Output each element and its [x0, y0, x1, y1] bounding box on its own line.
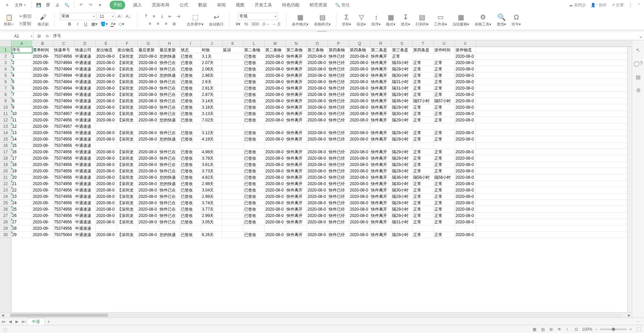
cell[interactable] [222, 66, 244, 72]
cell[interactable]: 正常 [434, 232, 455, 238]
cell[interactable]: 正常 [413, 92, 434, 98]
cell[interactable]: 快件离开 [370, 149, 391, 155]
cell[interactable]: 隔31小时 [391, 85, 413, 91]
cell[interactable]: 已签收 [244, 206, 265, 212]
cell[interactable]: 已签收 [180, 66, 201, 72]
cells-area[interactable]: 序号查单时间快递单号快递公司发出物流发出物流最后更新最后更新状态时效延误第二条物… [11, 47, 627, 312]
cell[interactable]: 2020-08-0 [455, 85, 476, 91]
cell[interactable]: 75374956 [53, 174, 74, 180]
cell[interactable] [222, 60, 244, 66]
select-tool-icon[interactable]: ↖ [635, 46, 642, 54]
cell[interactable]: 3.13天 [201, 111, 222, 117]
cell[interactable] [180, 143, 201, 149]
cell[interactable]: 正常 [413, 219, 434, 225]
cell[interactable]: 3.73天 [201, 168, 222, 174]
cell[interactable]: 2020-08-0 [307, 136, 328, 142]
cell[interactable]: 中通速递 [74, 98, 96, 104]
comma-icon[interactable]: 000 [251, 21, 260, 27]
cell[interactable] [222, 143, 244, 149]
indent-decrease-icon[interactable]: ⇤ [167, 13, 173, 20]
col-header[interactable]: J [201, 40, 222, 47]
cell[interactable]: 快件离开 [370, 79, 391, 85]
cell[interactable] [138, 225, 159, 231]
cell[interactable] [413, 123, 434, 129]
cell[interactable]: 2020-08-0 [96, 181, 117, 187]
cell[interactable]: 正常 [434, 181, 455, 187]
cell[interactable]: 快件离开 [370, 200, 391, 206]
cell[interactable]: 2020-08-0 [265, 60, 286, 66]
cell[interactable]: 【深圳龙 [117, 104, 138, 110]
cell-style-button[interactable]: ▤表格样式▾ [313, 12, 332, 29]
cell[interactable]: 已签收 [180, 232, 201, 238]
col-header[interactable]: V [455, 40, 476, 47]
row-header[interactable]: 1 [0, 47, 11, 53]
cell[interactable]: 中通速递 [74, 104, 96, 110]
cell[interactable]: 隔30小时 [391, 181, 413, 187]
cell[interactable]: 已签收 [244, 136, 265, 142]
cell[interactable] [222, 123, 244, 129]
cell[interactable]: 快件已在 [159, 92, 180, 98]
cell[interactable]: 已签收 [244, 60, 265, 66]
cell[interactable]: 2020-08-0 [265, 168, 286, 174]
cell[interactable] [413, 143, 434, 149]
cell[interactable] [222, 79, 244, 85]
cell[interactable]: 2020-08-0 [349, 66, 370, 72]
cell[interactable]: 75374956 [53, 187, 74, 193]
cell[interactable]: 隔29小时 [391, 136, 413, 142]
cell[interactable]: 2020-08-0 [96, 98, 117, 104]
currency-icon[interactable]: ¥▾ [235, 21, 241, 27]
cell[interactable] [434, 143, 455, 149]
cell[interactable]: 2020-08-0 [455, 72, 476, 78]
cell[interactable]: 2020-08-0 [138, 232, 159, 238]
row-header[interactable]: 5 [0, 72, 11, 79]
cell[interactable]: 快件已在 [159, 66, 180, 72]
cell[interactable]: 快件离开 [370, 136, 391, 142]
cell[interactable]: 27 [11, 219, 32, 225]
cell[interactable]: 75374957 [53, 111, 74, 117]
cell[interactable]: 8 [11, 98, 32, 104]
cell[interactable]: 2020-08-0 [96, 92, 117, 98]
cell[interactable]: 正常 [434, 187, 455, 193]
cell[interactable]: 已签收 [180, 168, 201, 174]
cell[interactable]: 24 [11, 200, 32, 206]
cell[interactable]: 2 [11, 60, 32, 66]
cell[interactable]: 2020-08-0 [265, 92, 286, 98]
cell[interactable]: 中通速递 [74, 232, 96, 238]
cell[interactable]: 中通速递 [74, 72, 96, 78]
cell[interactable]: 您的快递 [159, 181, 180, 187]
cell[interactable]: 隔30小时 [391, 111, 413, 117]
cell[interactable]: 2020-08-0 [307, 168, 328, 174]
row-header[interactable]: 18 [0, 155, 11, 162]
cell[interactable]: 正常 [434, 136, 455, 142]
cell[interactable]: 75374956 [53, 162, 74, 168]
row-header[interactable]: 9 [0, 98, 11, 104]
cell[interactable]: 3.18天 [201, 104, 222, 110]
cell[interactable]: 快件离开 [286, 232, 307, 238]
cell[interactable]: 已签收 [244, 130, 265, 136]
cell[interactable]: 75374956 [53, 219, 74, 225]
cell[interactable]: 快件离开 [286, 111, 307, 117]
cell[interactable]: 75374994 [53, 92, 74, 98]
more-menu[interactable]: ⋮ [629, 3, 633, 7]
cell[interactable]: 2020-09- [32, 136, 53, 142]
cell[interactable]: 派件物流 [455, 47, 476, 53]
cell[interactable]: 2020-08-0 [455, 155, 476, 161]
cell[interactable]: 快件已经 [328, 213, 349, 219]
cell[interactable]: 2020-08-0 [307, 206, 328, 212]
cell[interactable]: 2020-09- [32, 60, 53, 66]
row-header[interactable]: 6 [0, 79, 11, 85]
cell[interactable]: 75374994 [53, 66, 74, 72]
format-button[interactable]: ▦格式▾ [385, 12, 397, 29]
cell[interactable]: 快件离开 [286, 193, 307, 200]
cell[interactable]: 2020-08-0 [138, 213, 159, 219]
cell[interactable]: 快件已在 [159, 187, 180, 193]
tab-formula[interactable]: 公式 [177, 1, 190, 9]
align-top-icon[interactable]: ⤒ [143, 13, 149, 20]
col-header[interactable]: N [286, 40, 307, 47]
cell[interactable]: 28 [11, 225, 32, 231]
sheet-nav-next[interactable]: ▶ [13, 319, 20, 324]
cell[interactable]: 2020-08-0 [349, 85, 370, 91]
cell[interactable]: 中通速递 [74, 225, 96, 231]
cell[interactable]: 【深圳龙 [117, 213, 138, 219]
row-header[interactable]: 28 [0, 219, 11, 225]
